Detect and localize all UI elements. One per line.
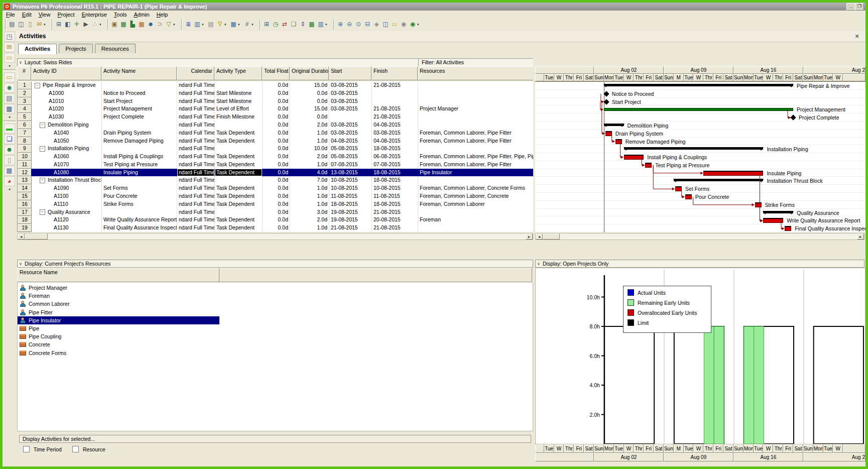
week-cell[interactable]: Aug 2 [803, 66, 865, 74]
tab-resources[interactable]: Resources [95, 44, 136, 53]
cell-activity-name[interactable]: Notice to Proceed [102, 89, 177, 97]
tab-projects[interactable]: Projects [59, 44, 93, 53]
mail-folder-icon[interactable]: ✉ [4, 42, 15, 52]
cell-original-duration[interactable]: 1.0d [290, 184, 329, 192]
cell-start[interactable]: 04-08-2015 [329, 137, 372, 145]
day-cell[interactable]: Tue [614, 444, 624, 453]
restore-button[interactable]: ❐ [855, 3, 864, 11]
activity-table-icon[interactable]: ⊞ [54, 20, 63, 29]
cell-activity-name[interactable]: Final Quality Assurance Inspection [102, 224, 177, 232]
cell-original-duration[interactable]: 10.0d [290, 145, 329, 153]
cell-original-duration[interactable]: 0.0d [290, 97, 329, 105]
menu-view[interactable]: View [35, 11, 54, 19]
day-cell[interactable]: Fri [783, 444, 793, 453]
cell-original-duration[interactable]: 2.0d [290, 121, 329, 129]
cell-activity-id[interactable]: A1120 [32, 216, 102, 224]
cell-original-duration[interactable]: 1.0d [290, 161, 329, 169]
table-row[interactable]: 14A1090Set Formsndard Full TimeTask Depe… [18, 184, 534, 192]
cell-resources[interactable]: Foreman, Common Laborer, Pipe Fitter [418, 161, 534, 169]
column-header-resources[interactable]: Resources [418, 66, 534, 80]
day-cell[interactable]: Fri [574, 74, 584, 81]
cell-total-float[interactable]: 0.0d [263, 145, 290, 153]
cell-total-float[interactable]: 0.0d [263, 89, 290, 97]
online-help-icon[interactable]: ◉ [408, 20, 417, 29]
tracking-view-icon[interactable]: ▦ [4, 104, 15, 114]
cell-resources[interactable] [418, 224, 534, 232]
cell-activity-type[interactable]: Task Dependent [215, 216, 263, 224]
cell-resources[interactable]: Foreman, Common Laborer, Pipe Fitter [418, 129, 534, 137]
expenses-view-icon[interactable]: ▦ [4, 166, 15, 176]
cell-activity-type[interactable] [215, 176, 263, 184]
toolbar-group-4-dropdown[interactable]: ▾ [252, 20, 256, 29]
cell-finish[interactable]: 18-08-2015 [372, 145, 418, 153]
cell-resources[interactable] [418, 81, 534, 89]
day-cell[interactable]: Sun [733, 444, 743, 453]
gantt-horizontal-scrollbar[interactable]: ◄► [535, 233, 864, 240]
print-preview-icon[interactable]: ◫ [17, 20, 26, 29]
cell-activity-id[interactable]: A1030 [32, 113, 102, 121]
cell-activity-name[interactable]: Insulate Piping [102, 169, 177, 177]
day-cell[interactable]: Tue [614, 74, 624, 81]
cell-original-duration[interactable]: 2.0d [290, 216, 329, 224]
cell-activity-type[interactable]: Task Dependent [215, 129, 263, 137]
cell-activity-name[interactable]: Project Complete [102, 113, 177, 121]
cell-start[interactable]: 03-08-2015 [329, 89, 372, 97]
cell-resources[interactable] [418, 208, 534, 216]
usage-display-bar[interactable]: ∨ Display: Open Projects Only [535, 260, 864, 268]
cell-activity-id[interactable]: A1040 [32, 129, 102, 137]
cell-start[interactable]: 03-08-2015 [329, 97, 372, 105]
day-cell[interactable]: W [554, 444, 564, 453]
cell-start[interactable]: 10-08-2015 [329, 184, 372, 192]
cell-activity-type[interactable] [215, 208, 263, 216]
day-cell[interactable] [535, 444, 544, 453]
table-row[interactable]: 1−Pipe Repair & Improvendard Full Time0.… [18, 81, 534, 89]
table-row[interactable]: 8A1050Remove Damaged Pipingndard Full Ti… [18, 137, 534, 145]
tab-activities[interactable]: Activities [18, 44, 57, 54]
week-cell[interactable]: Aug 02 [594, 453, 664, 461]
cell-start[interactable]: 18-08-2015 [329, 200, 372, 208]
day-cell[interactable]: Tue [544, 444, 554, 453]
font-icon[interactable]: # [242, 20, 252, 29]
cell-finish[interactable] [372, 97, 418, 105]
resources-display-bar[interactable]: ∨ Display: Current Project's Resources [17, 260, 533, 268]
cell-activity-type[interactable]: Task Dependent [215, 192, 263, 200]
resources-view-icon[interactable]: ☻ [4, 83, 15, 93]
day-cell[interactable]: Tue [754, 444, 764, 453]
column-header-start[interactable]: Start [329, 66, 371, 80]
filter-icon[interactable]: ∇ [215, 20, 224, 29]
week-cell[interactable] [535, 66, 594, 74]
risks-view-icon[interactable]: ◕ [4, 176, 15, 186]
resources-window-icon[interactable]: ☻ [146, 20, 155, 29]
column-header-total-float[interactable]: Total Float [262, 66, 290, 80]
collapse-icon[interactable]: − [40, 123, 45, 128]
resource-row[interactable]: Pipe Insulator [18, 316, 219, 324]
day-cell[interactable]: Fri [783, 74, 793, 81]
day-cell[interactable]: Thr [564, 74, 574, 81]
export-folder-icon[interactable]: ▭ [4, 53, 15, 63]
week-cell[interactable]: Aug 2 [803, 453, 865, 461]
column-header-original-duration[interactable]: Original Duration [290, 66, 329, 80]
cell-calendar[interactable]: ndard Full Time [177, 216, 215, 224]
day-cell[interactable]: Tue [684, 74, 694, 81]
documents-view-icon[interactable]: ▯ [4, 155, 15, 165]
cell-total-float[interactable]: 0.0d [263, 200, 290, 208]
day-cell[interactable]: Mon [743, 74, 754, 81]
day-cell[interactable]: Sat [793, 444, 803, 453]
cell-resources[interactable]: Foreman, Common Laborer, Pipe Fitter, Pi… [418, 153, 534, 161]
vertical-split-icon[interactable]: ◫ [381, 20, 390, 29]
day-cell[interactable] [535, 74, 544, 81]
day-cell[interactable]: W [694, 444, 704, 453]
group-sort-icon[interactable]: ▦ [229, 20, 238, 29]
day-cell[interactable]: W [624, 74, 634, 81]
cell-activity-type[interactable]: Task Dependent [215, 200, 263, 208]
collapse-group-icon[interactable]: ◂ [7, 114, 12, 119]
group-band-icon[interactable]: ≣ [184, 20, 193, 29]
table-row[interactable]: 6−Demolition Pipingndard Full Time0.0d2.… [18, 121, 534, 129]
link-icon[interactable]: ⊃ [155, 20, 164, 29]
cell-activity-id[interactable]: A1090 [32, 184, 102, 192]
cell-activity-type[interactable]: Level of Effort [215, 105, 263, 113]
cell-activity-id[interactable]: A1100 [32, 192, 102, 200]
table-row[interactable]: 11A1070Test Piping at Pressurendard Full… [18, 161, 534, 169]
day-cell[interactable]: W [833, 444, 843, 453]
day-cell[interactable]: Sat [584, 74, 594, 81]
